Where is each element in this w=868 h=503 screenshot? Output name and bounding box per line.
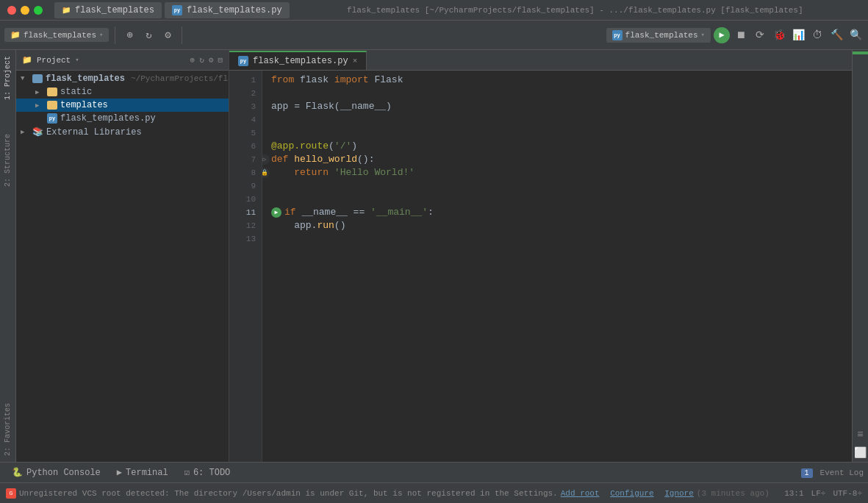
tree-item-root[interactable]: ▼ flask_templates ~/PycharmProjects/fla [16,72,229,85]
ext-libs-icon: 📚 [32,126,43,138]
code-line-8: 🔒 return 'Hello World!' [271,166,852,179]
title-project-tab[interactable]: 📁 flask_templates [54,2,162,18]
project-label: flask_templates [24,31,96,40]
code-line-11: ▶ if __name__ == '__main__': [271,206,852,219]
title-bar: 📁 flask_templates py flask_templates.py … [0,0,868,21]
line-num-12: 12 [229,219,262,232]
tree-item-external-libs[interactable]: ▶ 📚 External Libraries [16,125,229,139]
run-config-icon: py [612,30,623,40]
line-numbers: 1 2 3 4 5 6 7 8 9 10 11 12 13 [229,71,262,462]
line-num-3: 3 [229,100,262,113]
bottom-tab-python-console[interactable]: 🐍 Python Console [4,465,108,480]
panel-sync-icon[interactable]: ↻ [199,55,204,65]
python-console-icon: 🐍 [12,467,23,478]
line-num-8: 8 [229,166,262,179]
tree-item-main-py[interactable]: ▶ py flask_templates.py [16,112,229,125]
file-tree: ▼ flask_templates ~/PycharmProjects/fla … [16,71,229,462]
git-icon: G [6,488,16,499]
add-file-button[interactable]: ⊕ [121,27,137,43]
run-indicator-icon[interactable]: ▶ [271,207,281,218]
sidebar-item-project[interactable]: 1: Project [1,50,14,106]
panel-collapse-icon[interactable]: ⊟ [218,55,223,65]
add-root-link[interactable]: Add root [561,489,600,498]
line-num-5: 5 [229,126,262,140]
right-strip: ≡ ⬜ [852,50,868,462]
ext-libs-label: External Libraries [46,127,142,138]
minimize-button[interactable] [21,6,29,15]
tree-item-templates[interactable]: ▶ templates [16,99,229,112]
run-config-selector[interactable]: py flask_templates ▾ [606,28,711,43]
line-num-2: 2 [229,87,262,100]
cursor-position: 13:1 [784,489,803,498]
status-sep-1 [603,489,608,498]
line-num-9: 9 [229,179,262,193]
fold-icon-7[interactable]: ▷ [262,154,270,165]
bottom-tab-terminal[interactable]: ▶ Terminal [110,465,176,480]
lock-icon-8: 🔒 [262,168,270,178]
python-console-label: Python Console [26,468,101,478]
close-button[interactable] [7,6,16,15]
project-panel: 📁 Project ▾ ⊕ ↻ ⚙ ⊟ ▼ flask_templates ~/… [16,50,229,462]
code-line-9 [271,179,852,193]
editor-tab-main[interactable]: py flask_templates.py × [229,51,367,70]
toolbar-separator-1 [115,26,115,44]
configure-link[interactable]: Configure [610,489,653,498]
profile-button[interactable]: ⏱ [809,27,825,43]
main-toolbar: 📁 flask_templates ▾ ⊕ ↻ ⚙ py flask_templ… [0,21,868,50]
title-file-tab[interactable]: py flask_templates.py [165,2,290,18]
sidebar-item-structure[interactable]: 2: Structure [1,128,14,193]
root-name: flask_templates [46,74,125,84]
bottom-right-info: 1 Event Log [801,468,864,477]
code-line-4 [271,113,852,126]
right-panel-icon-2[interactable]: ⬜ [851,443,868,462]
line-num-1: 1 [229,74,262,87]
root-path: ~/PycharmProjects/fla [131,74,229,83]
right-panel-icon-1[interactable]: ≡ [854,426,866,443]
debug-button[interactable]: 🐞 [771,27,787,43]
run-button[interactable]: ▶ [714,27,730,43]
stop-button[interactable]: ⏹ [733,27,749,43]
code-content[interactable]: from flask import Flask app = Flask(__na… [262,71,852,462]
bottom-tab-todo[interactable]: ☑ 6: TODO [177,465,238,480]
toolbar-separator-2 [182,26,182,44]
settings-button[interactable]: ⚙ [159,27,176,43]
bottom-tabs: 🐍 Python Console ▶ Terminal ☑ 6: TODO 1 … [0,462,868,482]
editor-area: py flask_templates.py × 1 2 3 4 5 6 7 8 … [229,50,852,462]
panel-add-icon[interactable]: ⊕ [190,55,196,65]
left-strip: 1: Project 2: Structure 2: Favorites [0,50,16,462]
code-line-12: app.run() [271,219,852,232]
panel-folder-icon: 📁 [22,55,32,65]
window-title: flask_templates [~/PycharmProjects/flask… [290,6,861,15]
code-line-3: app = Flask(__name__) [271,100,852,113]
code-line-1: from flask import Flask [271,74,852,87]
rerun-button[interactable]: ⟳ [752,27,768,43]
templates-folder-icon [47,101,57,110]
event-log-label[interactable]: Event Log [820,468,864,477]
content-area: 1: Project 2: Structure 2: Favorites 📁 P… [0,50,868,462]
panel-settings-icon[interactable]: ⚙ [209,55,214,65]
static-folder-icon [47,88,57,96]
build-button[interactable]: 🔨 [828,27,844,43]
sidebar-item-favorites[interactable]: 2: Favorites [1,397,14,462]
terminal-label: Terminal [126,468,168,478]
coverage-button[interactable]: 📊 [790,27,806,43]
project-dropdown[interactable]: 📁 flask_templates ▾ [4,28,109,42]
encoding: UTF-8÷ [833,489,862,498]
time-ago: (3 minutes ago) [697,489,770,498]
tab-close-button[interactable]: × [353,57,358,65]
sync-button[interactable]: ↻ [140,27,157,43]
maximize-button[interactable] [34,6,43,15]
code-line-5 [271,126,852,140]
status-right: 13:1 LF÷ UTF-8÷ [784,489,862,498]
ignore-link[interactable]: Ignore [664,489,694,498]
line-num-13: 13 [229,232,262,246]
templates-arrow: ▶ [35,101,44,110]
traffic-lights [7,6,43,15]
root-arrow: ▼ [21,75,29,82]
line-num-4: 4 [229,113,262,126]
python-file-icon: py [172,5,182,15]
templates-label: templates [60,100,108,110]
tree-item-static[interactable]: ▶ static [16,85,229,99]
search-button[interactable]: 🔍 [847,27,864,43]
static-label: static [60,87,92,97]
